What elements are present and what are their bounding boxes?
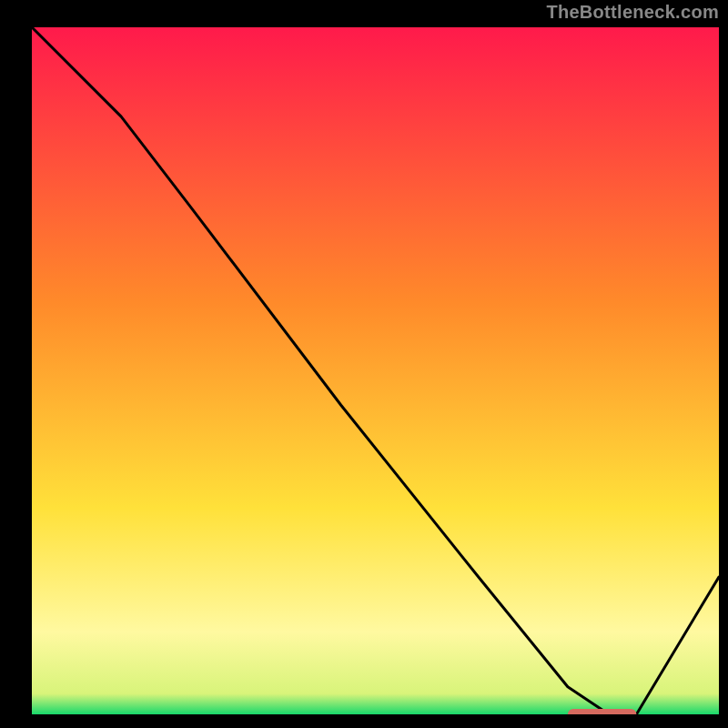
- plot-area: [32, 27, 719, 714]
- attribution-text: TheBottleneck.com: [546, 2, 719, 23]
- chart-frame: TheBottleneck.com: [0, 0, 728, 728]
- optimal-marker: [568, 709, 637, 714]
- chart-svg: [32, 27, 719, 714]
- gradient-rect: [32, 27, 719, 714]
